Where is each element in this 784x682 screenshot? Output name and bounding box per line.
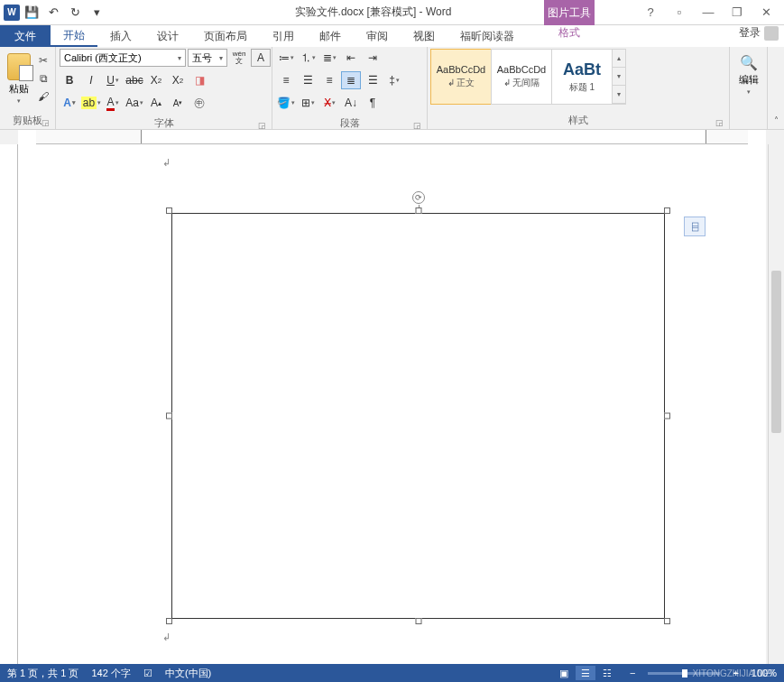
font-color-button[interactable]: A▾: [103, 94, 123, 112]
word-count[interactable]: 142 个字: [91, 667, 130, 680]
collapse-ribbon-button[interactable]: ˄: [768, 47, 784, 129]
resize-handle-bottom[interactable]: [415, 618, 421, 624]
resize-handle-right[interactable]: [664, 413, 670, 419]
bullets-button[interactable]: ≔▾: [276, 49, 296, 67]
font-name-combo[interactable]: Calibri (西文正文)▾: [60, 49, 186, 67]
subscript-button[interactable]: X2: [146, 71, 166, 89]
save-button[interactable]: 💾: [22, 3, 42, 23]
align-right-button[interactable]: ≡: [319, 71, 339, 89]
print-layout-button[interactable]: ☰: [576, 666, 595, 680]
find-button[interactable]: 🔍 编辑 ▾: [733, 49, 763, 96]
horizontal-ruler[interactable]: [36, 130, 748, 144]
increase-indent-button[interactable]: ⇥: [363, 49, 383, 67]
tab-mailings[interactable]: 邮件: [307, 25, 354, 47]
phonetic-guide-button[interactable]: wén文: [229, 49, 249, 67]
borders-button[interactable]: ⊞▾: [298, 94, 318, 112]
minimize-button[interactable]: —: [697, 4, 719, 22]
sort-az-button[interactable]: A↓: [341, 94, 361, 112]
resize-handle-top-left[interactable]: [166, 207, 172, 214]
language-status[interactable]: 中文(中国): [165, 667, 211, 680]
undo-button[interactable]: ↶: [43, 3, 63, 23]
gallery-more-button[interactable]: ▾: [613, 86, 625, 104]
justify-button[interactable]: ≣: [341, 71, 361, 89]
page-count[interactable]: 第 1 页，共 1 页: [7, 667, 78, 680]
tab-references[interactable]: 引用: [260, 25, 307, 47]
redo-button[interactable]: ↻: [65, 3, 85, 23]
line-spacing-button[interactable]: ‡▾: [384, 71, 404, 89]
numbering-button[interactable]: ⒈▾: [298, 49, 318, 67]
paste-icon: [7, 53, 31, 80]
shrink-font-button[interactable]: A▾: [168, 94, 188, 112]
font-launcher[interactable]: ◲: [258, 121, 266, 130]
read-mode-button[interactable]: ▣: [554, 666, 574, 680]
format-painter-button[interactable]: 🖌: [35, 88, 51, 105]
cut-button[interactable]: ✂: [35, 52, 51, 69]
font-size-combo[interactable]: 五号▾: [188, 49, 227, 67]
align-left-button[interactable]: ≡: [276, 71, 296, 89]
style-heading-1[interactable]: AaBt 标题 1: [551, 49, 613, 105]
rotate-handle[interactable]: ⟳: [412, 191, 425, 204]
zoom-slider-thumb[interactable]: [682, 669, 687, 677]
tab-review[interactable]: 审阅: [354, 25, 401, 47]
restore-button[interactable]: ❐: [726, 4, 748, 22]
strikethrough-button[interactable]: abc: [125, 71, 144, 89]
sort-button[interactable]: X̶▾: [319, 94, 339, 112]
italic-button[interactable]: I: [81, 71, 101, 89]
style-no-spacing[interactable]: AaBbCcDd ↲ 无间隔: [491, 49, 552, 105]
paste-button[interactable]: 粘贴 ▾: [4, 49, 33, 108]
gallery-up-button[interactable]: ▴: [613, 50, 625, 68]
highlight-button[interactable]: ab▾: [81, 94, 101, 112]
styles-launcher[interactable]: ◲: [715, 118, 724, 127]
change-case-button[interactable]: Aa▾: [125, 94, 144, 112]
text-effects-button[interactable]: A▾: [60, 94, 79, 112]
clear-formatting-button[interactable]: ◨: [189, 71, 209, 89]
resize-handle-left[interactable]: [166, 413, 172, 419]
tab-page-layout[interactable]: 页面布局: [191, 25, 260, 47]
distributed-button[interactable]: ☰: [363, 71, 383, 89]
resize-handle-bottom-left[interactable]: [166, 618, 172, 624]
align-center-button[interactable]: ☰: [298, 71, 318, 89]
web-layout-button[interactable]: ☷: [597, 666, 617, 680]
tab-view[interactable]: 视图: [401, 25, 447, 47]
clipboard-launcher[interactable]: ◲: [42, 118, 50, 127]
enclose-characters-button[interactable]: ㊥: [189, 94, 209, 112]
qat-customize-button[interactable]: ▾: [87, 3, 106, 23]
login-link[interactable]: 登录: [739, 25, 779, 41]
vertical-scrollbar[interactable]: [768, 144, 784, 664]
binoculars-icon: 🔍: [740, 54, 758, 71]
proofing-icon[interactable]: ☑: [143, 668, 152, 679]
ribbon-display-options-button[interactable]: ▫: [669, 4, 690, 22]
close-button[interactable]: ✕: [755, 4, 777, 22]
shading-button[interactable]: 🪣▾: [276, 94, 296, 112]
tab-insert[interactable]: 插入: [97, 25, 144, 47]
tab-foxit-reader[interactable]: 福昕阅读器: [447, 25, 527, 47]
selected-picture[interactable]: ⟳: [166, 207, 670, 624]
resize-handle-top[interactable]: [415, 207, 421, 214]
word-app-icon: W: [4, 5, 20, 21]
page-canvas[interactable]: ↲ ⟳ ⌸ ↲: [18, 130, 766, 664]
vertical-ruler[interactable]: [0, 144, 18, 664]
chevron-down-icon: ▾: [17, 97, 21, 105]
decrease-indent-button[interactable]: ⇤: [341, 49, 361, 67]
zoom-out-button[interactable]: −: [630, 668, 635, 678]
layout-options-button[interactable]: ⌸: [684, 217, 706, 236]
tab-format[interactable]: 格式: [544, 25, 595, 41]
resize-handle-bottom-right[interactable]: [664, 618, 670, 624]
underline-button[interactable]: U▾: [103, 71, 123, 89]
tab-home[interactable]: 开始: [51, 25, 97, 47]
resize-handle-top-right[interactable]: [664, 207, 670, 214]
style-normal[interactable]: AaBbCcDd ↲ 正文: [430, 49, 492, 105]
show-marks-button[interactable]: ¶: [363, 94, 383, 112]
grow-font-button[interactable]: A▴: [146, 94, 166, 112]
multilevel-list-button[interactable]: ≣▾: [319, 49, 339, 67]
gallery-down-button[interactable]: ▾: [613, 68, 625, 86]
bold-button[interactable]: B: [60, 71, 79, 89]
copy-button[interactable]: ⧉: [35, 70, 51, 87]
scrollbar-thumb[interactable]: [771, 271, 781, 433]
superscript-button[interactable]: X2: [168, 71, 188, 89]
help-button[interactable]: ?: [640, 4, 661, 22]
paragraph-launcher[interactable]: ◲: [413, 121, 421, 130]
tab-file[interactable]: 文件: [0, 25, 51, 47]
tab-design[interactable]: 设计: [144, 25, 191, 47]
character-border-button[interactable]: A: [251, 49, 271, 67]
